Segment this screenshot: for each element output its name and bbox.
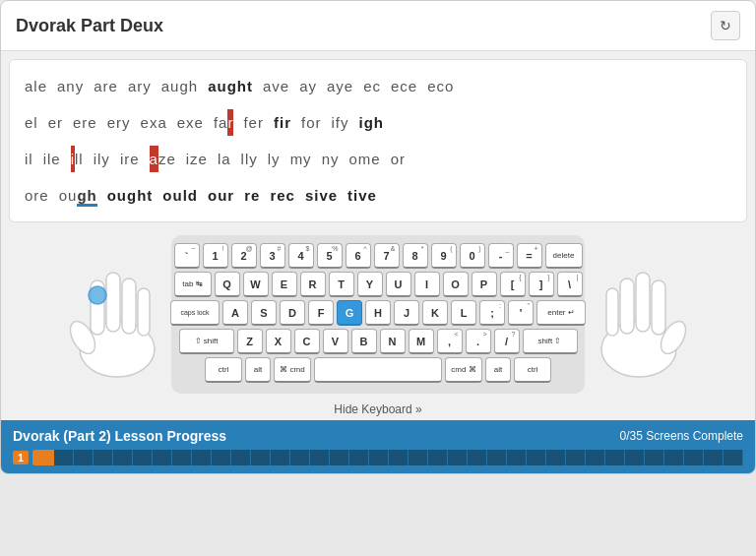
key-lshift[interactable]: ⇧ shift [179,329,234,354]
key-delete[interactable]: delete [545,243,583,269]
key-equals[interactable]: += [517,243,542,269]
key-5[interactable]: %5 [317,243,343,269]
key-g[interactable]: G [337,300,362,326]
progress-segment [153,450,172,465]
key-3[interactable]: #3 [260,243,285,269]
word-our: our [205,181,237,210]
key-d[interactable]: D [280,300,305,326]
key-c[interactable]: C [294,329,320,354]
key-m[interactable]: M [409,329,434,354]
key-2[interactable]: @2 [231,243,257,269]
key-minus[interactable]: _- [488,243,514,269]
key-enter[interactable]: enter ↵ [536,300,586,326]
key-9[interactable]: (9 [431,243,457,269]
word-exa: exa [138,108,170,137]
key-e[interactable]: E [272,272,297,297]
key-rcmd[interactable]: cmd ⌘ [445,357,482,383]
key-space[interactable] [314,357,442,383]
key-row-bottom: ctrl alt ⌘ cmd cmd ⌘ alt ctrl [179,357,577,383]
progress-segment [113,450,133,465]
word-igh: igh [355,108,387,137]
key-semicolon[interactable]: :; [479,300,505,326]
progress-bar-track [32,450,743,465]
key-6[interactable]: ^6 [346,243,371,269]
char-gh-blue: gh [77,187,96,207]
key-capslock[interactable]: caps lock [170,300,220,326]
key-lalt[interactable]: alt [245,357,271,383]
word-fir: fir [271,108,294,137]
word-ily: ily [91,145,113,173]
key-p[interactable]: P [472,272,497,297]
key-f[interactable]: F [308,300,334,326]
title-bar: Dvorak Part Deux ↻ [1,1,755,51]
word-ought: ought [104,181,157,210]
refresh-button[interactable]: ↻ [711,11,740,40]
key-k[interactable]: K [422,300,448,326]
word-line-4: ore ough ought ould our re rec sive tive [22,177,734,214]
key-0[interactable]: )0 [460,243,485,269]
key-v[interactable]: V [323,329,348,354]
key-s[interactable]: S [251,300,277,326]
key-ralt[interactable]: alt [485,357,511,383]
word-ny: ny [319,145,343,173]
word-eco: eco [424,72,457,100]
key-1[interactable]: !1 [203,243,228,269]
key-lbracket[interactable]: {[ [500,272,526,297]
progress-segment [271,450,290,465]
key-w[interactable]: W [243,272,269,297]
key-z[interactable]: Z [237,329,263,354]
word-ec: ec [360,72,384,100]
progress-bar-container: 1 [13,450,743,465]
key-rctrl[interactable]: ctrl [514,357,551,383]
key-quote[interactable]: "' [508,300,534,326]
key-o[interactable]: O [443,272,469,297]
progress-segment [664,450,684,465]
key-4[interactable]: $4 [288,243,314,269]
key-j[interactable]: J [394,300,419,326]
word-aught: aught [205,72,256,100]
key-r[interactable]: R [300,272,326,297]
key-lcmd[interactable]: ⌘ cmd [274,357,311,383]
progress-segment [507,450,527,465]
key-row-numbers: ~` !1 @2 #3 $4 %5 ^6 &7 *8 (9 )0 _- += d… [179,243,577,269]
key-backslash[interactable]: |\ [557,272,583,297]
key-slash[interactable]: ?/ [494,329,520,354]
key-n[interactable]: N [380,329,406,354]
progress-segment [448,450,468,465]
char-a-red: a [150,146,158,172]
key-q[interactable]: Q [215,272,240,297]
word-sive: sive [302,181,341,210]
key-y[interactable]: Y [357,272,383,297]
progress-segment [546,450,566,465]
key-backtick[interactable]: ~` [174,243,200,269]
progress-bar-fill [32,450,54,465]
progress-header: Dvorak (Part 2) Lesson Progress 0/35 Scr… [13,428,743,444]
progress-current: 1 [13,451,29,464]
progress-segment [566,450,586,465]
key-i[interactable]: I [414,272,440,297]
key-t[interactable]: T [329,272,354,297]
key-h[interactable]: H [365,300,391,326]
progress-segment [409,450,428,465]
key-b[interactable]: B [351,329,377,354]
key-rbracket[interactable]: }] [529,272,554,297]
progress-segment [172,450,192,465]
word-ore: ore [22,181,52,210]
key-rshift[interactable]: shift ⇧ [523,329,578,354]
key-u[interactable]: U [386,272,411,297]
word-my: my [287,145,315,173]
key-comma[interactable]: <, [437,329,463,354]
key-l[interactable]: L [451,300,476,326]
key-lctrl[interactable]: ctrl [205,357,242,383]
hide-keyboard-link[interactable]: Hide Keyboard » [1,399,755,420]
key-tab[interactable]: tab ↹ [174,272,212,297]
progress-segment [645,450,664,465]
key-8[interactable]: *8 [403,243,428,269]
key-7[interactable]: &7 [374,243,400,269]
progress-count: 0/35 Screens Complete [620,429,743,443]
key-x[interactable]: X [266,329,291,354]
key-a[interactable]: A [222,300,248,326]
key-period[interactable]: >. [466,329,491,354]
progress-segment [684,450,704,465]
key-row-zxcv: ⇧ shift Z X C V B N M <, >. ?/ shift ⇧ [179,329,577,354]
